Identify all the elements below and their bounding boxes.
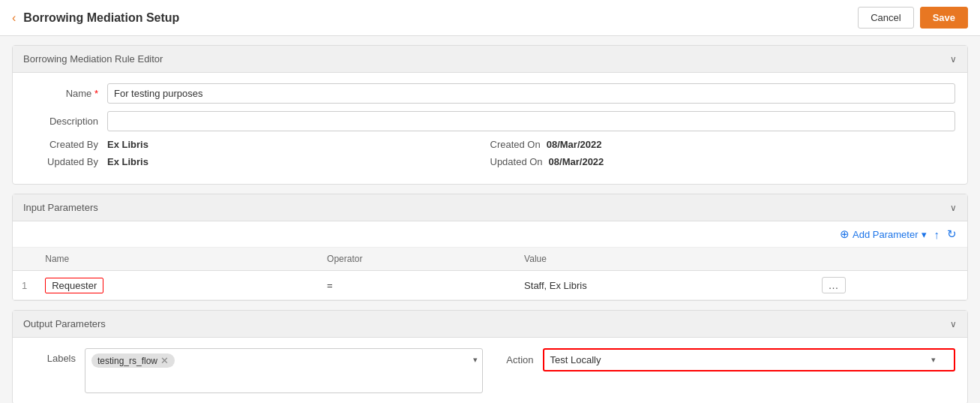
row-actions-cell: … xyxy=(813,271,967,300)
action-value: Test Locally xyxy=(550,354,601,365)
updated-by-label: Updated By xyxy=(25,156,107,167)
row-name-cell: Requester xyxy=(36,271,318,300)
rule-editor-body: Name * Description Created By Ex Libris … xyxy=(13,73,967,184)
created-by-label: Created By xyxy=(25,139,107,150)
output-body: Labels testing_rs_flow ✕ ▾ Action Test L… xyxy=(13,338,967,403)
input-parameters-title: Input Parameters xyxy=(23,202,98,213)
top-bar: ‹ Borrowing Mediation Setup Cancel Save xyxy=(0,0,980,36)
params-table: Name Operator Value 1 Requester = Staff,… xyxy=(13,248,967,300)
add-parameter-button[interactable]: ⊕ Add Parameter ▾ xyxy=(840,227,926,241)
top-bar-actions: Cancel Save xyxy=(858,7,968,29)
labels-group: Labels testing_rs_flow ✕ ▾ xyxy=(25,348,483,393)
description-row: Description xyxy=(25,111,955,131)
description-input[interactable] xyxy=(107,111,955,131)
rule-editor-title: Borrowing Mediation Rule Editor xyxy=(23,53,163,65)
page-title: Borrowing Mediation Setup xyxy=(23,11,179,25)
created-by-value: Ex Libris xyxy=(107,139,148,150)
col-actions xyxy=(813,248,967,271)
input-parameters-header[interactable]: Input Parameters ∨ xyxy=(13,194,967,221)
params-toolbar: ⊕ Add Parameter ▾ ↑ ↻ xyxy=(13,221,967,248)
table-row: 1 Requester = Staff, Ex Libris … xyxy=(13,271,967,300)
updated-by-value: Ex Libris xyxy=(107,156,148,167)
action-group: Action Test Locally ▾ xyxy=(498,348,956,371)
name-label: Name * xyxy=(25,88,107,99)
label-tag-close-icon[interactable]: ✕ xyxy=(160,355,169,366)
description-label: Description xyxy=(25,116,107,127)
row-operator-cell: = xyxy=(318,271,515,300)
output-parameters-card: Output Parameters ∨ Labels testing_rs_fl… xyxy=(12,310,968,403)
col-name: Name xyxy=(36,248,318,271)
col-number xyxy=(13,248,36,271)
label-tag-text: testing_rs_flow xyxy=(97,356,157,366)
back-icon[interactable]: ‹ xyxy=(12,11,16,25)
row-more-button[interactable]: … xyxy=(822,277,846,293)
output-parameters-chevron: ∨ xyxy=(950,319,957,329)
action-dropdown-arrow: ▾ xyxy=(931,355,936,365)
add-param-arrow-icon: ▾ xyxy=(922,229,927,240)
created-by-group: Created By Ex Libris xyxy=(25,139,490,150)
created-on-group: Created On 08/Mar/2022 xyxy=(490,139,956,150)
output-parameters-header[interactable]: Output Parameters ∨ xyxy=(13,311,967,338)
params-table-header-row: Name Operator Value xyxy=(13,248,967,271)
output-row: Labels testing_rs_flow ✕ ▾ Action Test L… xyxy=(25,348,955,393)
updated-on-label: Updated On xyxy=(490,156,549,167)
updated-row: Updated By Ex Libris Updated On 08/Mar/2… xyxy=(25,156,955,167)
cancel-button[interactable]: Cancel xyxy=(858,7,913,29)
row-value-cell: Staff, Ex Libris xyxy=(515,271,812,300)
rule-editor-chevron: ∨ xyxy=(950,54,957,65)
main-content: Borrowing Mediation Rule Editor ∨ Name *… xyxy=(0,36,980,403)
top-bar-left: ‹ Borrowing Mediation Setup xyxy=(12,11,179,25)
labels-dropdown-arrow: ▾ xyxy=(473,355,478,365)
updated-on-group: Updated On 08/Mar/2022 xyxy=(490,156,956,167)
created-on-label: Created On xyxy=(490,139,547,150)
action-dropdown[interactable]: Test Locally ▾ xyxy=(543,348,956,371)
row-number: 1 xyxy=(13,271,36,300)
input-parameters-chevron: ∨ xyxy=(950,203,957,213)
col-value: Value xyxy=(515,248,812,271)
created-row: Created By Ex Libris Created On 08/Mar/2… xyxy=(25,139,955,150)
updated-by-group: Updated By Ex Libris xyxy=(25,156,490,167)
col-operator: Operator xyxy=(318,248,515,271)
rule-editor-card: Borrowing Mediation Rule Editor ∨ Name *… xyxy=(12,45,968,185)
output-parameters-title: Output Parameters xyxy=(23,318,106,329)
save-button[interactable]: Save xyxy=(920,7,968,29)
export-icon-button[interactable]: ↑ xyxy=(934,228,940,241)
add-parameter-label: Add Parameter xyxy=(853,229,918,240)
input-parameters-card: Input Parameters ∨ ⊕ Add Parameter ▾ ↑ ↻… xyxy=(12,194,968,301)
requester-tag: Requester xyxy=(45,278,103,293)
required-star: * xyxy=(94,88,98,99)
labels-label: Labels xyxy=(25,348,85,364)
rule-editor-header[interactable]: Borrowing Mediation Rule Editor ∨ xyxy=(13,46,967,73)
updated-on-value: 08/Mar/2022 xyxy=(549,156,604,167)
label-tag: testing_rs_flow ✕ xyxy=(91,353,175,368)
add-plus-icon: ⊕ xyxy=(840,227,850,241)
name-row: Name * xyxy=(25,83,955,104)
name-input[interactable] xyxy=(107,83,955,104)
action-label: Action xyxy=(498,354,543,365)
refresh-icon-button[interactable]: ↻ xyxy=(947,227,957,241)
created-on-value: 08/Mar/2022 xyxy=(547,139,602,150)
labels-dropdown[interactable]: testing_rs_flow ✕ ▾ xyxy=(85,348,483,393)
